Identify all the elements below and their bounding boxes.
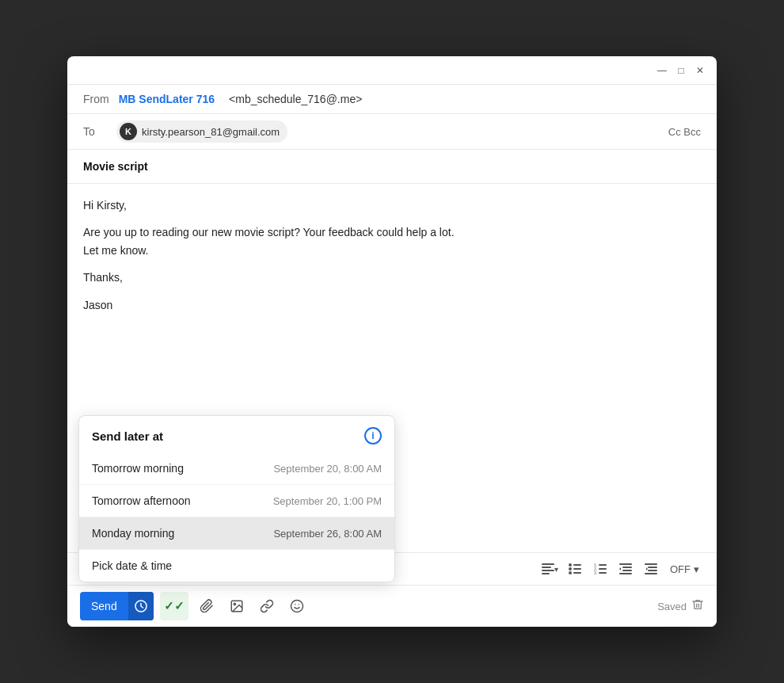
off-toggle[interactable]: OFF ▾	[665, 562, 704, 577]
to-label: To	[83, 125, 107, 138]
double-check-button[interactable]: ✓✓	[160, 592, 188, 620]
close-button[interactable]: ✕	[695, 65, 706, 76]
action-bar: Send ✓✓	[67, 585, 717, 627]
svg-point-8	[569, 571, 572, 574]
option-time-3: September 26, 8:00 AM	[273, 528, 382, 540]
option-label-1: Tomorrow morning	[92, 462, 184, 475]
to-row: To K kirsty.pearson_81@gmail.com Cc Bcc	[67, 114, 717, 150]
option-label-4: Pick date & time	[92, 559, 172, 572]
option-time-2: September 20, 1:00 PM	[273, 495, 382, 507]
svg-rect-15	[599, 572, 607, 574]
send-label: Send	[80, 592, 128, 620]
from-email: <mb_schedule_716@.me>	[229, 93, 362, 105]
avatar: K	[120, 123, 137, 140]
svg-rect-5	[573, 564, 581, 566]
align-icon[interactable]: ▾	[539, 558, 561, 580]
svg-rect-9	[573, 572, 581, 574]
saved-status: Saved	[657, 598, 704, 614]
minimize-button[interactable]: —	[657, 65, 668, 76]
attach-icon[interactable]	[195, 594, 219, 618]
subject-text[interactable]: Movie script	[83, 160, 148, 173]
send-later-option-pick-date[interactable]: Pick date & time	[79, 549, 394, 582]
indent-increase-icon[interactable]	[640, 558, 662, 580]
recipient-email: kirsty.pearson_81@gmail.com	[142, 126, 280, 138]
recipient-chip[interactable]: K kirsty.pearson_81@gmail.com	[116, 120, 287, 143]
svg-rect-16	[619, 563, 632, 565]
body-line-2: Are you up to reading our new movie scri…	[83, 223, 701, 259]
indent-decrease-icon[interactable]	[615, 558, 637, 580]
body-line-4: Jason	[83, 296, 701, 314]
svg-marker-20	[619, 567, 621, 570]
svg-rect-2	[542, 570, 554, 571]
from-name: MB SendLater 716	[119, 93, 215, 105]
maximize-button[interactable]: □	[676, 65, 687, 76]
info-icon[interactable]: i	[364, 427, 382, 445]
svg-point-28	[234, 603, 235, 605]
compose-window: — □ ✕ From MB SendLater 716 <mb_schedule…	[67, 56, 717, 627]
svg-point-29	[291, 601, 303, 612]
option-label-2: Tomorrow afternoon	[92, 494, 191, 507]
off-label: OFF	[670, 563, 691, 575]
svg-rect-11	[599, 564, 607, 566]
svg-marker-25	[646, 567, 648, 570]
svg-point-4	[569, 563, 572, 567]
send-later-header: Send later at i	[79, 416, 394, 452]
send-button[interactable]: Send	[80, 592, 154, 620]
saved-label: Saved	[657, 601, 687, 612]
body-line-1: Hi Kirsty,	[83, 197, 701, 214]
svg-rect-19	[619, 573, 632, 574]
emoji-icon[interactable]	[285, 594, 309, 618]
svg-rect-23	[648, 570, 657, 571]
svg-rect-13	[599, 568, 607, 570]
svg-rect-7	[573, 568, 581, 570]
numbered-list-icon[interactable]: 1.2.3.	[589, 558, 611, 580]
toolbar-group: ▾ 1.2.3. OFF ▾	[539, 558, 704, 580]
image-icon[interactable]	[225, 594, 249, 618]
bullet-list-icon[interactable]	[564, 558, 586, 580]
svg-point-6	[569, 567, 572, 570]
from-row: From MB SendLater 716 <mb_schedule_716@.…	[67, 85, 717, 114]
send-clock-icon	[128, 592, 154, 620]
svg-rect-17	[622, 567, 632, 568]
svg-rect-18	[622, 570, 632, 571]
send-later-option-tomorrow-afternoon[interactable]: Tomorrow afternoon September 20, 1:00 PM	[79, 484, 394, 517]
link-icon[interactable]	[255, 594, 279, 618]
svg-rect-21	[645, 563, 657, 565]
svg-rect-1	[542, 567, 551, 568]
subject-row: Movie script	[67, 150, 717, 184]
cc-bcc-button[interactable]: Cc Bcc	[668, 126, 701, 138]
trash-icon[interactable]	[691, 598, 704, 614]
svg-rect-24	[645, 573, 657, 574]
window-controls: — □ ✕	[657, 65, 706, 76]
send-later-option-monday-morning[interactable]: Monday morning September 26, 8:00 AM	[79, 517, 394, 549]
body-line-3: Thanks,	[83, 269, 701, 286]
send-later-title: Send later at	[92, 429, 163, 443]
svg-rect-22	[648, 567, 657, 568]
svg-rect-0	[542, 563, 554, 565]
svg-rect-3	[542, 573, 550, 574]
option-time-1: September 20, 8:00 AM	[273, 463, 382, 475]
off-chevron: ▾	[694, 563, 699, 575]
from-label: From	[83, 93, 109, 105]
send-later-panel: Send later at i Tomorrow morning Septemb…	[78, 415, 395, 582]
svg-text:3.: 3.	[594, 570, 597, 574]
title-bar: — □ ✕	[67, 56, 717, 85]
check-icon: ✓✓	[164, 599, 185, 613]
option-label-3: Monday morning	[92, 527, 174, 540]
send-later-option-tomorrow-morning[interactable]: Tomorrow morning September 20, 8:00 AM	[79, 452, 394, 484]
